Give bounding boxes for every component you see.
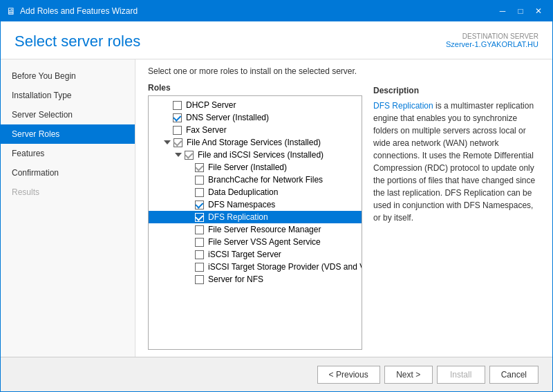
sidebar-item-installation-type[interactable]: Installation Type: [1, 86, 135, 105]
list-item[interactable]: Server for NFS: [149, 273, 362, 286]
dest-label: DESTINATION SERVER: [446, 32, 538, 40]
close-button[interactable]: ✕: [530, 4, 547, 18]
list-item[interactable]: File Server (Installed): [149, 161, 362, 174]
header-bar: Select server roles DESTINATION SERVER S…: [1, 21, 552, 59]
checkbox-fileserver[interactable]: [195, 163, 204, 172]
checkbox-dfs-rep[interactable]: [195, 213, 204, 222]
checkbox-nfs[interactable]: [195, 275, 204, 284]
list-item-dfs-replication[interactable]: DFS Replication: [149, 211, 362, 223]
window-title: Add Roles and Features Wizard: [20, 6, 138, 16]
minimize-button[interactable]: ─: [494, 4, 511, 18]
sidebar-item-confirmation[interactable]: Confirmation: [1, 163, 135, 183]
sidebar-item-features[interactable]: Features: [1, 144, 135, 163]
destination-server: DESTINATION SERVER Szerver-1.GYAKORLAT.H…: [446, 32, 538, 48]
list-item[interactable]: File Server VSS Agent Service: [149, 236, 362, 248]
list-item[interactable]: File Server Resource Manager: [149, 223, 362, 236]
description-pane: Description DFS Replication is a multima…: [373, 80, 540, 350]
instruction-text: Select one or more roles to install on t…: [135, 59, 552, 80]
maximize-button[interactable]: □: [512, 4, 529, 18]
list-item[interactable]: iSCSI Target Storage Provider (VDS and V…: [149, 261, 362, 273]
window-controls: ─ □ ✕: [494, 4, 547, 18]
desc-highlight: DFS Replication: [373, 101, 433, 111]
previous-button[interactable]: < Previous: [317, 366, 380, 384]
sidebar-item-server-roles[interactable]: Server Roles: [1, 124, 135, 144]
list-item[interactable]: File And Storage Services (Installed): [149, 136, 362, 149]
tree-expand-icon[interactable]: [175, 153, 182, 157]
checkbox-fax[interactable]: [173, 126, 182, 135]
content-area: Select server roles DESTINATION SERVER S…: [1, 21, 552, 391]
sidebar-item-before-you-begin[interactable]: Before You Begin: [1, 66, 135, 86]
checkbox-vss[interactable]: [195, 238, 204, 247]
next-button[interactable]: Next >: [384, 366, 433, 384]
checkbox-file-storage[interactable]: [174, 138, 182, 147]
list-item[interactable]: Fax Server: [149, 124, 362, 136]
checkbox-dedup[interactable]: [195, 188, 204, 197]
checkbox-dns[interactable]: [173, 113, 182, 122]
page-title: Select server roles: [15, 32, 140, 50]
roles-list: DHCP Server DNS Server (Installed): [149, 96, 362, 349]
window-icon: 🖥: [6, 6, 16, 17]
checkbox-iscsi[interactable]: [185, 151, 194, 160]
list-item[interactable]: DNS Server (Installed): [149, 111, 362, 124]
main-window: 🖥 Add Roles and Features Wizard ─ □ ✕ Se…: [0, 0, 553, 392]
desc-body: is a multimaster replication engine that…: [373, 101, 535, 223]
description-header: Description: [373, 83, 540, 100]
checkbox-fsrm[interactable]: [195, 225, 204, 234]
install-button: Install: [437, 366, 485, 384]
title-bar: 🖥 Add Roles and Features Wizard ─ □ ✕: [1, 1, 552, 21]
sidebar-item-server-selection[interactable]: Server Selection: [1, 105, 135, 124]
checkbox-dfs-ns[interactable]: [195, 200, 204, 209]
checkbox-iscsi-storage[interactable]: [195, 263, 204, 272]
roles-pane: Roles DHCP Server: [135, 80, 552, 357]
checkbox-dhcp[interactable]: [173, 101, 182, 110]
dest-server-name: Szerver-1.GYAKORLAT.HU: [446, 40, 538, 48]
list-item[interactable]: BranchCache for Network Files: [149, 174, 362, 186]
roles-list-container[interactable]: DHCP Server DNS Server (Installed): [148, 95, 362, 350]
list-item[interactable]: DFS Namespaces: [149, 198, 362, 211]
right-content: Select one or more roles to install on t…: [135, 59, 552, 357]
footer: < Previous Next > Install Cancel: [1, 357, 552, 391]
list-item[interactable]: DHCP Server: [149, 99, 362, 111]
checkbox-iscsi-target[interactable]: [195, 250, 204, 259]
description-text: DFS Replication is a multimaster replica…: [373, 100, 540, 224]
roles-header: Roles: [148, 80, 362, 95]
tree-expand-icon[interactable]: [164, 140, 171, 144]
sidebar-item-results: Results: [1, 183, 135, 202]
list-item[interactable]: iSCSI Target Server: [149, 248, 362, 261]
cancel-button[interactable]: Cancel: [489, 366, 538, 384]
list-item[interactable]: File and iSCSI Services (Installed): [149, 149, 362, 161]
list-item[interactable]: Data Deduplication: [149, 186, 362, 198]
roles-left: Roles DHCP Server: [148, 80, 362, 350]
sidebar: Before You Begin Installation Type Serve…: [1, 59, 135, 357]
main-body: Before You Begin Installation Type Serve…: [1, 59, 552, 357]
checkbox-branchcache[interactable]: [195, 176, 204, 185]
